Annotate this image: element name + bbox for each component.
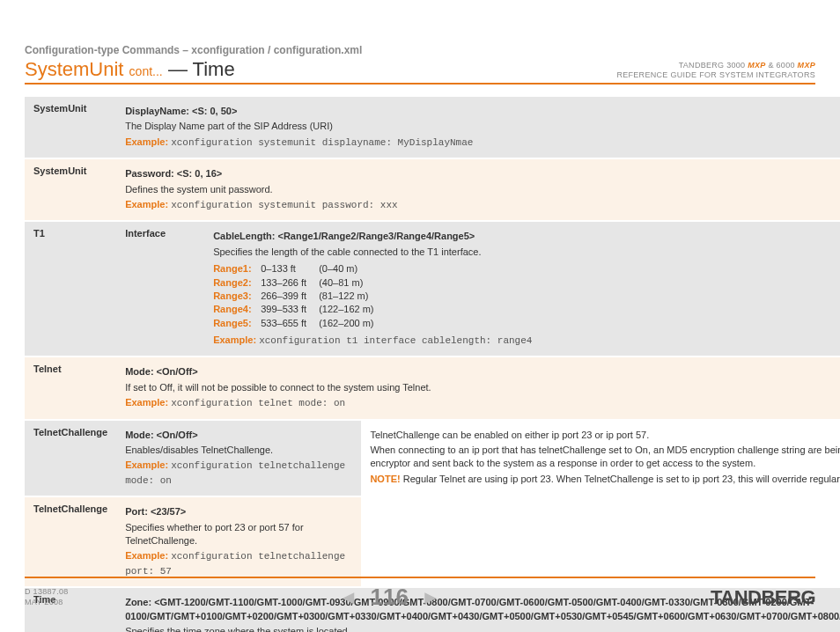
brand-logo: TANDBERG	[711, 586, 815, 609]
param-label: Mode: <On/Off>	[125, 430, 198, 440]
cell-body: CableLength: <Range1/Range2/Range3/Range…	[204, 222, 840, 357]
pager: ◄ 116 ►	[69, 584, 711, 611]
title-section: Time	[193, 58, 235, 80]
cell-body: Mode: <On/Off> If set to Off, it will no…	[116, 357, 840, 420]
range-ft: 399–533 ft	[261, 303, 319, 316]
cell-cmd: SystemUnit	[25, 159, 116, 222]
table-row: T1 Interface CableLength: <Range1/Range2…	[25, 222, 840, 357]
range-list: Range1:0–133 ft(0–40 m) Range2:133–266 f…	[213, 262, 840, 330]
cell-body: DisplayName: <S: 0, 50> The Display Name…	[116, 97, 840, 159]
param-desc: If set to Off, it will not be possible t…	[125, 381, 840, 394]
range-name: Range3:	[213, 290, 261, 303]
side-p1: TelnetChallenge can be enabled on either…	[370, 429, 840, 442]
param-desc: Specifies the time zone where the system…	[125, 625, 840, 632]
cell-cmd: SystemUnit	[25, 97, 116, 159]
prev-page-arrow[interactable]: ◄	[339, 586, 358, 609]
example-label: Example:	[125, 136, 168, 147]
title-main: SystemUnit	[25, 58, 123, 80]
example-code: xconfiguration systemunit displayname: M…	[171, 137, 473, 148]
page-header: Configuration-type Commands – xconfigura…	[25, 0, 815, 85]
range-name: Range2:	[213, 276, 261, 290]
param-label: Mode: <On/Off>	[125, 366, 198, 377]
range-name: Range5:	[213, 317, 261, 330]
note-text: Regular Telnet are using ip port 23. Whe…	[403, 474, 840, 484]
example-label: Example:	[125, 459, 168, 470]
table-row: Telnet Mode: <On/Off> If set to Off, it …	[25, 357, 840, 420]
range-m: (0–40 m)	[319, 263, 357, 274]
page-footer: D 13887.08 MAY 2008 ◄ 116 ► TANDBERG	[25, 577, 815, 611]
example-label: Example:	[125, 199, 168, 209]
param-desc: Enables/disables TelnetChallenge.	[125, 444, 352, 457]
table-row: SystemUnit Password: <S: 0, 16> Defines …	[25, 159, 840, 222]
range-m: (40–81 m)	[319, 277, 363, 288]
product-prefix: TANDBERG 3000	[679, 61, 746, 70]
title-row: SystemUnit cont... — Time TANDBERG 3000 …	[25, 58, 815, 85]
mxp-label-1: MXP	[748, 61, 765, 70]
range-m: (81–122 m)	[319, 290, 368, 301]
param-label: CableLength: <Range1/Range2/Range3/Range…	[213, 231, 475, 241]
param-desc: Defines the system unit password.	[125, 183, 840, 196]
title-cont: cont...	[129, 64, 163, 78]
example-code: xconfiguration t1 interface cablelength:…	[259, 335, 532, 346]
page-number: 116	[371, 584, 409, 611]
example-label: Example:	[125, 397, 168, 408]
cell-cmd: Telnet	[25, 357, 116, 420]
example-label: Example:	[125, 550, 168, 561]
param-desc: The Display Name part of the SIP Address…	[125, 120, 840, 133]
side-p2: When connecting to an ip port that has t…	[370, 444, 840, 471]
product-amp: & 6000	[768, 61, 794, 70]
page-title: SystemUnit cont... — Time	[25, 58, 235, 81]
cell-cmd: T1	[25, 222, 116, 357]
breadcrumb: Configuration-type Commands – xconfigura…	[25, 44, 815, 56]
range-ft: 533–655 ft	[261, 317, 319, 330]
range-name: Range1:	[213, 262, 261, 276]
cell-cmd: TelnetChallenge	[25, 497, 116, 588]
param-label: Password: <S: 0, 16>	[125, 168, 222, 179]
guide-label: REFERENCE GUIDE FOR SYSTEM INTEGRATORS	[616, 70, 815, 81]
param-desc: Specifies the length of the cable connec…	[213, 246, 840, 259]
cell-cmd: TelnetChallenge	[25, 421, 116, 498]
example-code: xconfiguration systemunit password: xxx	[171, 200, 397, 210]
doc-date: MAY 2008	[25, 598, 69, 608]
table-row: SystemUnit DisplayName: <S: 0, 50> The D…	[25, 97, 840, 159]
range-ft: 266–399 ft	[261, 290, 319, 303]
param-label: Port: <23/57>	[125, 506, 186, 517]
footer-left: D 13887.08 MAY 2008	[25, 587, 69, 607]
range-m: (162–200 m)	[319, 318, 373, 328]
cell-body: Mode: <On/Off> Enables/disables TelnetCh…	[116, 421, 361, 498]
range-m: (122–162 m)	[319, 304, 373, 314]
example-label: Example:	[213, 334, 256, 345]
note-label: NOTE!	[370, 474, 400, 484]
cell-body: Port: <23/57> Specifies whether to port …	[116, 497, 361, 588]
cell-side-info: TelnetChallenge can be enabled on either…	[361, 421, 840, 589]
range-ft: 133–266 ft	[261, 276, 319, 290]
header-right: TANDBERG 3000 MXP & 6000 MXP REFERENCE G…	[616, 61, 815, 81]
commands-table: SystemUnit DisplayName: <S: 0, 50> The D…	[25, 97, 840, 632]
param-label: DisplayName: <S: 0, 50>	[125, 106, 237, 116]
cell-sub: Interface	[116, 222, 204, 357]
next-page-arrow[interactable]: ►	[421, 586, 440, 609]
mxp-label-2: MXP	[798, 61, 815, 70]
doc-number: D 13887.08	[25, 587, 69, 598]
table-row: TelnetChallenge Mode: <On/Off> Enables/d…	[25, 421, 840, 498]
cell-body: Password: <S: 0, 16> Defines the system …	[116, 159, 840, 222]
range-name: Range4:	[213, 303, 261, 316]
title-dash: —	[168, 58, 188, 80]
example-code: xconfiguration telnet mode: on	[171, 398, 345, 408]
param-desc: Specifies whether to port 23 or port 57 …	[125, 521, 352, 548]
range-ft: 0–133 ft	[261, 262, 319, 276]
